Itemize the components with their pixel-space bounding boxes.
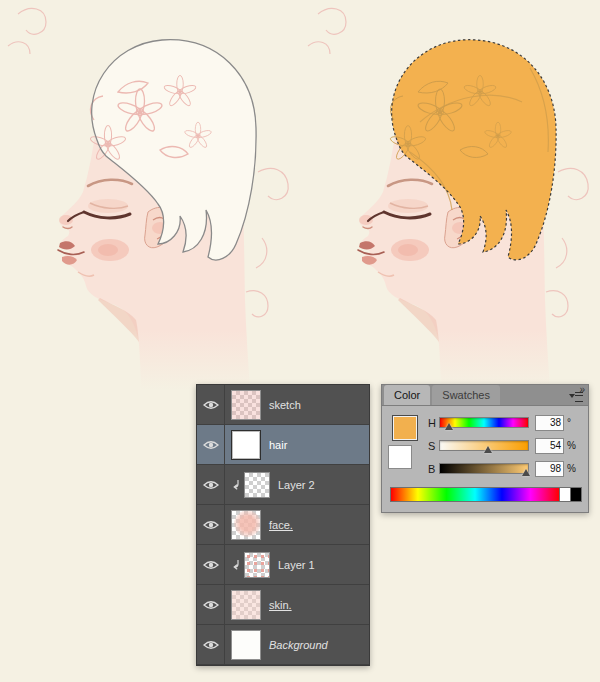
eye-icon bbox=[203, 480, 219, 490]
hsb-sliders: H 38 ° S 54 % B 98 % bbox=[428, 411, 577, 480]
layer-thumb-cell bbox=[231, 552, 270, 578]
layer-thumb-cell bbox=[231, 472, 270, 498]
eye-icon bbox=[203, 440, 219, 450]
layer-thumb-cell bbox=[231, 590, 261, 620]
color-panel-body: H 38 ° S 54 % B 98 % bbox=[382, 406, 588, 512]
eye-icon bbox=[203, 520, 219, 530]
layer-row[interactable]: skin. bbox=[197, 585, 369, 625]
layer-name[interactable]: sketch bbox=[269, 399, 301, 411]
layer-row[interactable]: Background bbox=[197, 625, 369, 665]
layer-row[interactable]: Layer 1 bbox=[197, 545, 369, 585]
hsb-slider-row: S 54 % bbox=[428, 434, 577, 457]
slider-unit: % bbox=[567, 440, 577, 451]
panel-menu-icon[interactable] bbox=[569, 391, 583, 401]
slider-track[interactable] bbox=[439, 417, 529, 428]
eye-icon bbox=[203, 400, 219, 410]
slider-channel-label: H bbox=[428, 417, 439, 429]
layer-thumbnail[interactable] bbox=[244, 552, 270, 578]
layer-thumb-cell bbox=[231, 630, 261, 660]
layer-row[interactable]: Layer 2 bbox=[197, 465, 369, 505]
layer-name[interactable]: face. bbox=[269, 519, 293, 531]
slider-channel-label: S bbox=[428, 440, 439, 452]
slider-value-field[interactable]: 98 bbox=[535, 461, 564, 477]
color-panel: Color Swatches » H 38 ° S 54 bbox=[381, 384, 589, 513]
layer-thumb-cell bbox=[231, 430, 261, 460]
eye-icon bbox=[203, 600, 219, 610]
layer-visibility-toggle[interactable] bbox=[197, 625, 225, 664]
color-ramp[interactable] bbox=[390, 487, 582, 502]
layers-list: sketch hair bbox=[197, 385, 369, 665]
canvas-artwork-right[interactable] bbox=[300, 0, 600, 390]
menu-bars-icon bbox=[575, 392, 583, 402]
slider-track[interactable] bbox=[439, 463, 529, 474]
layer-thumbnail[interactable] bbox=[231, 590, 261, 620]
slider-marker[interactable] bbox=[484, 446, 492, 453]
slider-marker[interactable] bbox=[522, 469, 530, 476]
layer-thumb-cell bbox=[231, 390, 261, 420]
hsb-slider-row: H 38 ° bbox=[428, 411, 577, 434]
layer-thumbnail[interactable] bbox=[244, 472, 270, 498]
layer-name[interactable]: hair bbox=[269, 439, 287, 451]
clipping-mask-arrow-icon bbox=[231, 480, 241, 490]
layer-row[interactable]: face. bbox=[197, 505, 369, 545]
layer-row[interactable]: hair bbox=[197, 425, 369, 465]
color-panel-tabbar: Color Swatches » bbox=[382, 385, 588, 406]
background-color-swatch[interactable] bbox=[388, 445, 412, 469]
canvas-artwork-left[interactable] bbox=[0, 0, 300, 390]
layer-visibility-toggle[interactable] bbox=[197, 465, 225, 504]
layer-visibility-toggle[interactable] bbox=[197, 545, 225, 584]
hsb-slider-row: B 98 % bbox=[428, 457, 577, 480]
layer-thumbnail[interactable] bbox=[231, 630, 261, 660]
tab-swatches[interactable]: Swatches bbox=[432, 385, 500, 405]
layer-visibility-toggle[interactable] bbox=[197, 505, 225, 544]
foreground-color-swatch[interactable] bbox=[392, 415, 418, 441]
layer-thumbnail[interactable] bbox=[231, 510, 261, 540]
layer-row[interactable]: sketch bbox=[197, 385, 369, 425]
slider-unit: % bbox=[567, 463, 577, 474]
slider-marker[interactable] bbox=[445, 423, 453, 430]
slider-value-field[interactable]: 38 bbox=[535, 415, 564, 431]
eye-icon bbox=[203, 640, 219, 650]
photoshop-workspace: sketch hair bbox=[0, 0, 600, 682]
layer-thumb-cell bbox=[231, 510, 261, 540]
layer-visibility-toggle[interactable] bbox=[197, 425, 225, 464]
clipping-mask-arrow-icon bbox=[231, 560, 241, 570]
layer-visibility-toggle[interactable] bbox=[197, 585, 225, 624]
ramp-white-swatch[interactable] bbox=[559, 488, 570, 501]
spectrum-ramp[interactable] bbox=[391, 488, 559, 501]
layer-thumbnail[interactable] bbox=[231, 430, 261, 460]
layer-visibility-toggle[interactable] bbox=[197, 385, 225, 424]
slider-value-field[interactable]: 54 bbox=[535, 438, 564, 454]
ramp-black-swatch[interactable] bbox=[570, 488, 581, 501]
layer-thumbnail[interactable] bbox=[231, 390, 261, 420]
slider-track[interactable] bbox=[439, 440, 529, 451]
slider-channel-label: B bbox=[428, 463, 439, 475]
layer-name[interactable]: Layer 2 bbox=[278, 479, 315, 491]
eye-icon bbox=[203, 560, 219, 570]
tab-color[interactable]: Color bbox=[384, 385, 430, 405]
layer-name[interactable]: Layer 1 bbox=[278, 559, 315, 571]
layers-panel: sketch hair bbox=[196, 384, 370, 666]
slider-unit: ° bbox=[567, 417, 577, 428]
layer-name[interactable]: Background bbox=[269, 639, 328, 651]
layer-name[interactable]: skin. bbox=[269, 599, 292, 611]
